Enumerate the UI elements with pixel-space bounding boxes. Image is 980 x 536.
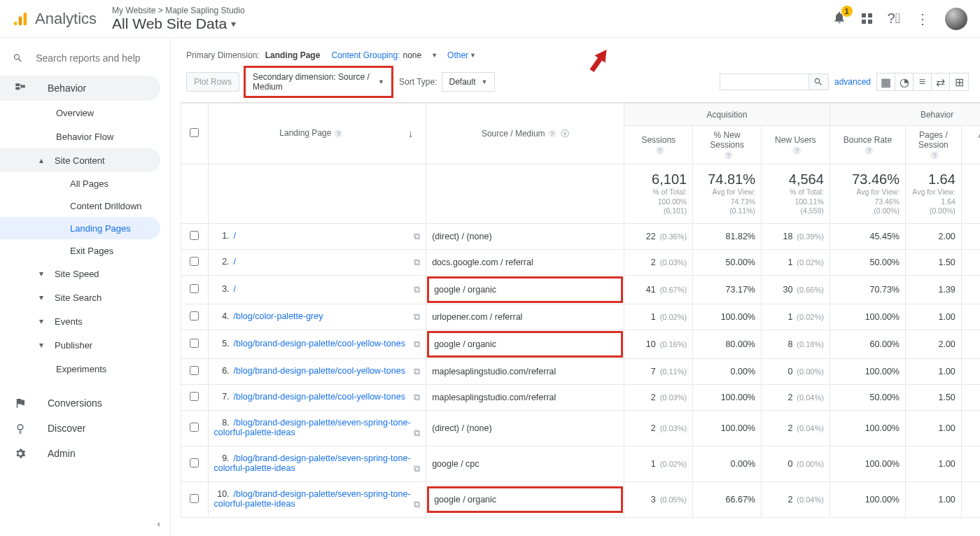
header-checkbox[interactable]	[181, 104, 209, 164]
open-external-icon[interactable]: ⧉	[414, 366, 420, 377]
open-external-icon[interactable]: ⧉	[414, 257, 420, 268]
row-checkbox[interactable]	[190, 284, 199, 293]
row-checkbox[interactable]	[190, 339, 199, 348]
row-checkbox[interactable]	[190, 423, 199, 432]
landing-page-link[interactable]: /blog/brand-design-palette/cool-yellow-t…	[234, 392, 405, 402]
col-group-acquisition: Acquisition	[624, 104, 830, 126]
apps-icon[interactable]	[862, 13, 872, 24]
sidebar-content-drilldown[interactable]: Content Drilldown	[0, 195, 170, 217]
plot-rows-button: Plot Rows	[186, 72, 239, 92]
sidebar-behavior-flow[interactable]: Behavior Flow	[0, 125, 170, 148]
open-external-icon[interactable]: ⧉	[414, 392, 420, 403]
landing-page-link[interactable]: /	[234, 231, 236, 241]
row-checkbox[interactable]	[190, 494, 199, 503]
sidebar-discover[interactable]: Discover	[0, 416, 170, 441]
sidebar-overview[interactable]: Overview	[0, 101, 170, 125]
remove-dimension-icon[interactable]: ⓧ	[561, 129, 569, 139]
sidebar-conversions[interactable]: Conversions	[0, 390, 170, 416]
table-row[interactable]: 8./blog/brand-design-palette/seven-sprin…	[181, 410, 981, 446]
help-icon[interactable]: ?	[334, 129, 342, 138]
sidebar-publisher[interactable]: ▾Publisher	[0, 333, 170, 357]
landing-page-link[interactable]: /	[234, 284, 236, 294]
open-external-icon[interactable]: ⧉	[414, 311, 420, 323]
sidebar-admin[interactable]: Admin	[0, 441, 170, 466]
pie-view-icon[interactable]: ◔	[895, 73, 913, 90]
open-external-icon[interactable]: ⧉	[414, 463, 420, 474]
row-checkbox[interactable]	[190, 392, 199, 401]
landing-page-link[interactable]: /blog/brand-design-palette/seven-spring-…	[214, 489, 411, 509]
search-input[interactable]	[36, 52, 158, 64]
landing-page-link[interactable]: /blog/brand-design-palette/cool-yellow-t…	[234, 339, 405, 348]
col-pages-session[interactable]: Pages / Session?	[906, 126, 962, 164]
pivot-view-icon[interactable]: ⊞	[950, 73, 968, 90]
advanced-link[interactable]: advanced	[834, 77, 871, 87]
col-source-medium[interactable]: Source / Medium?ⓧ	[426, 104, 624, 164]
table-view-icon[interactable]: ▦	[877, 73, 895, 90]
sidebar-exit-pages[interactable]: Exit Pages	[0, 239, 170, 262]
secondary-dimension-select[interactable]: Secondary dimension: Source / Medium▼	[245, 67, 392, 97]
content-grouping-link[interactable]: Content Grouping:	[331, 50, 400, 60]
sidebar-behavior[interactable]: Behavior	[0, 76, 160, 101]
landing-page-link[interactable]: /	[234, 257, 236, 267]
landing-page-link[interactable]: /blog/brand-design-palette/seven-spring-…	[214, 453, 411, 473]
row-checkbox[interactable]	[190, 257, 199, 266]
help-icon[interactable]: ?⃝	[888, 10, 900, 27]
svg-rect-2	[24, 12, 27, 24]
table-row[interactable]: 2./⧉ docs.google.com / referral 2(0.03%)…	[181, 249, 981, 275]
table-row[interactable]: 3./⧉ google / organic 41(0.67%) 73.17% 3…	[181, 275, 981, 304]
col-new-users[interactable]: New Users?	[762, 126, 830, 164]
comparison-view-icon[interactable]: ⇄	[932, 73, 950, 90]
sidebar-landing-pages[interactable]: Landing Pages	[0, 217, 160, 239]
help-icon[interactable]: ?	[548, 129, 556, 138]
table-row[interactable]: 9./blog/brand-design-palette/seven-sprin…	[181, 446, 981, 481]
open-external-icon[interactable]: ⧉	[414, 339, 420, 350]
search-icon	[13, 52, 23, 64]
row-checkbox[interactable]	[190, 458, 199, 467]
open-external-icon[interactable]: ⧉	[414, 231, 420, 242]
sidebar-site-content[interactable]: ▴Site Content	[0, 148, 160, 172]
sort-type-select[interactable]: Default▼	[442, 72, 496, 92]
sidebar-all-pages[interactable]: All Pages	[0, 172, 170, 195]
landing-page-link[interactable]: /blog/brand-design-palette/cool-yellow-t…	[234, 366, 405, 376]
svg-rect-4	[15, 87, 20, 90]
col-landing-page[interactable]: Landing Page?↓	[208, 104, 426, 164]
row-checkbox[interactable]	[190, 231, 199, 240]
sidebar-experiments[interactable]: Experiments	[0, 357, 170, 381]
table-wrapper[interactable]: Landing Page?↓ Source / Medium?ⓧ Acquisi…	[181, 102, 980, 536]
open-external-icon[interactable]: ⧉	[414, 284, 420, 295]
topbar: Analytics My Website > Maple Sapling Stu…	[0, 0, 980, 38]
avatar[interactable]	[945, 8, 967, 30]
collapse-sidebar-icon[interactable]: ‹	[158, 519, 160, 529]
annotation-arrow-icon	[578, 38, 620, 81]
notifications-button[interactable]: 1	[832, 10, 846, 27]
table-row[interactable]: 7./blog/brand-design-palette/cool-yellow…	[181, 384, 981, 410]
logo[interactable]: Analytics	[13, 10, 97, 28]
row-checkbox[interactable]	[190, 311, 199, 320]
table-search-input[interactable]	[720, 74, 808, 90]
table-row[interactable]: 5./blog/brand-design-palette/cool-yellow…	[181, 330, 981, 358]
table-row[interactable]: 10./blog/brand-design-palette/seven-spri…	[181, 481, 981, 517]
table-row[interactable]: 4./blog/color-palette-grey⧉ urlopener.co…	[181, 304, 981, 330]
sidebar-events[interactable]: ▾Events	[0, 309, 170, 333]
primary-dimension[interactable]: Landing Page	[265, 50, 321, 60]
search-icon	[813, 77, 823, 87]
table-search-button[interactable]	[808, 74, 828, 90]
open-external-icon[interactable]: ⧉	[414, 428, 420, 439]
col-avg-duration[interactable]: Avg. Session Duration?	[961, 126, 980, 164]
row-checkbox[interactable]	[190, 366, 199, 375]
open-external-icon[interactable]: ⧉	[414, 499, 420, 510]
bar-view-icon[interactable]: ≡	[913, 73, 932, 90]
more-icon[interactable]: ⋮	[916, 10, 930, 27]
view-selector[interactable]: My Website > Maple Sapling Studio All We…	[112, 6, 245, 32]
sidebar-site-search[interactable]: ▾Site Search	[0, 285, 170, 309]
table-row[interactable]: 1./⧉ (direct) / (none) 22(0.36%) 81.82% …	[181, 223, 981, 249]
table-row[interactable]: 6./blog/brand-design-palette/cool-yellow…	[181, 358, 981, 384]
col-sessions[interactable]: Sessions?	[624, 126, 693, 164]
sidebar-site-speed[interactable]: ▾Site Speed	[0, 262, 170, 285]
landing-page-link[interactable]: /blog/brand-design-palette/seven-spring-…	[214, 418, 411, 437]
other-dimension-link[interactable]: Other▼	[447, 50, 476, 60]
col-bounce-rate[interactable]: Bounce Rate?	[830, 126, 905, 164]
control-row: Plot Rows Secondary dimension: Source / …	[181, 67, 980, 102]
col-new-sessions[interactable]: % New Sessions?	[693, 126, 762, 164]
landing-page-link[interactable]: /blog/color-palette-grey	[234, 311, 323, 321]
